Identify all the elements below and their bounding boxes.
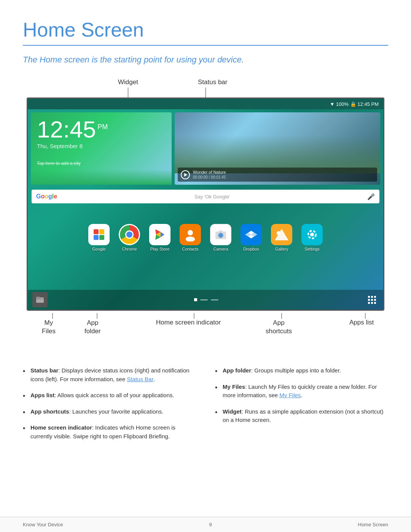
title-divider <box>23 45 388 46</box>
dropbox-icon <box>241 224 262 245</box>
home-dash <box>200 299 208 300</box>
search-placeholder: Say 'Ok Google' <box>60 194 364 200</box>
label-home-indicator: Home screen indicator <box>156 319 221 326</box>
status-bar-text: ▼ 100% 🔒 12:45 PM <box>330 101 379 107</box>
search-bar[interactable]: Google Say 'Ok Google' 🎤 <box>32 190 379 203</box>
mic-icon: 🎤 <box>367 193 375 200</box>
playstore-icon <box>149 224 170 245</box>
svg-point-15 <box>277 231 280 235</box>
page-container: Home Screen The Home screen is the start… <box>0 0 411 463</box>
info-item-widget: Widget: Runs as a simple application ext… <box>215 407 388 425</box>
bottom-labels-container: MyFiles Appfolder Home screen indicator … <box>27 313 384 351</box>
google-logo: Google <box>36 193 57 200</box>
app-icon-settings[interactable]: Settings <box>301 224 323 251</box>
play-button[interactable] <box>181 170 190 179</box>
svg-point-5 <box>188 230 193 235</box>
gallery-icon <box>271 224 292 245</box>
info-col-right: App folder: Groups multiple apps into a … <box>215 366 388 448</box>
app-icon-dropbox[interactable]: Dropbox <box>241 224 262 251</box>
info-item-homeindicator: Home screen indicator: Indicates which H… <box>23 423 196 441</box>
term-appslist: Apps list <box>30 392 54 398</box>
app-icon-google[interactable]: Google <box>88 224 110 251</box>
clock-time: 12:45PM <box>37 118 166 141</box>
term-widget: Widget <box>223 408 242 415</box>
bottom-bar <box>28 290 383 310</box>
info-columns: Status bar: Displays device status icons… <box>23 366 388 448</box>
page-title: Home Screen <box>23 18 388 41</box>
camera-label: Camera <box>213 247 228 251</box>
app-icon-contacts[interactable]: Contacts <box>180 224 201 251</box>
widgets-row: 12:45PM Thu, September 8 Tap here to add… <box>28 109 383 187</box>
chrome-label: Chrome <box>122 247 137 251</box>
playstore-label: Play Store <box>150 247 170 251</box>
term-appfolder: App folder <box>223 367 251 374</box>
clock-date: Thu, September 8 <box>37 143 166 149</box>
home-indicators <box>48 298 365 301</box>
home-dot-1 <box>194 298 197 301</box>
svg-point-6 <box>186 236 195 241</box>
link-myfiles[interactable]: My Files <box>279 392 301 398</box>
term-myfiles: My Files <box>223 383 245 390</box>
svg-point-16 <box>310 233 314 236</box>
diagram-container: Widget Status bar ▼ 100% 🔒 12:45 PM 12:4… <box>27 78 384 351</box>
svg-rect-18 <box>36 297 44 303</box>
apps-list-button[interactable] <box>365 293 379 307</box>
label-apps-list: Apps list <box>349 319 374 326</box>
settings-icon <box>301 224 323 245</box>
page-subtitle: The Home screen is the starting point fo… <box>23 55 388 65</box>
info-col-left: Status bar: Displays device status icons… <box>23 366 196 448</box>
app-icons-row: Google Chrome <box>28 221 383 254</box>
term-statusbar: Status bar <box>30 367 58 374</box>
contacts-icon <box>180 224 201 245</box>
term-homeindicator: Home screen indicator <box>30 424 92 431</box>
video-title: Wonder of Nature <box>193 170 226 174</box>
app-icon-chrome[interactable]: Chrome <box>119 224 140 251</box>
dropbox-label: Dropbox <box>243 247 259 251</box>
term-appshortcuts: App shortcuts <box>30 408 69 415</box>
camera-icon <box>210 224 231 245</box>
svg-point-9 <box>219 234 222 237</box>
page-footer: Know Your Device 9 Home Screen <box>0 517 411 532</box>
search-bar-row: Google Say 'Ok Google' 🎤 <box>28 187 383 206</box>
video-controls: Wonder of Nature 00:00:00 / 00:01:45 <box>178 168 377 182</box>
clock-tap-text: Tap here to add a city <box>37 161 166 166</box>
play-triangle-icon <box>184 173 187 177</box>
footer-left: Know Your Device <box>23 522 63 527</box>
svg-rect-10 <box>219 230 223 232</box>
settings-label: Settings <box>304 247 320 251</box>
link-statusbar[interactable]: Status Bar <box>127 376 153 382</box>
my-files-icon[interactable] <box>32 292 48 307</box>
contacts-label: Contacts <box>182 247 198 251</box>
clock-widget: 12:45PM Thu, September 8 Tap here to add… <box>31 112 172 185</box>
footer-center: 9 <box>209 522 212 527</box>
info-item-statusbar: Status bar: Displays device status icons… <box>23 366 196 383</box>
status-bar: ▼ 100% 🔒 12:45 PM <box>28 99 383 109</box>
label-app-folder: Appfolder <box>84 319 101 335</box>
top-labels-row: Widget Status bar <box>27 78 384 97</box>
info-item-appshortcuts: App shortcuts: Launches your favorite ap… <box>23 407 196 416</box>
home-dash-2 <box>211 299 218 300</box>
phone-screen: ▼ 100% 🔒 12:45 PM 12:45PM Thu, September… <box>27 97 384 311</box>
gallery-label: Gallery <box>275 247 288 251</box>
label-statusbar: Status bar <box>198 78 228 86</box>
footer-right: Home Screen <box>358 522 388 527</box>
svg-marker-4 <box>161 232 164 237</box>
info-item-myfiles: My Files: Launch My Files to quickly cre… <box>215 383 388 400</box>
svg-marker-14 <box>275 229 288 240</box>
app-icon-camera[interactable]: Camera <box>210 224 231 251</box>
chrome-icon <box>119 224 140 245</box>
google-label: Google <box>92 247 105 251</box>
video-time: 00:00:00 / 00:01:45 <box>193 175 226 179</box>
google-icon <box>88 224 110 245</box>
screen-content: 12:45PM Thu, September 8 Tap here to add… <box>28 109 383 310</box>
label-app-shortcuts: Appshortcuts <box>266 319 292 335</box>
app-icon-playstore[interactable]: Play Store <box>149 224 170 251</box>
info-item-appslist: Apps list: Allows quick access to all of… <box>23 391 196 400</box>
app-icon-gallery[interactable]: Gallery <box>271 224 292 251</box>
info-item-appfolder: App folder: Groups multiple apps into a … <box>215 366 388 375</box>
label-widget: Widget <box>118 78 138 86</box>
label-my-files: MyFiles <box>42 319 56 335</box>
nature-widget: Wonder of Nature 00:00:00 / 00:01:45 <box>175 112 380 185</box>
svg-rect-19 <box>36 297 40 298</box>
video-info: Wonder of Nature 00:00:00 / 00:01:45 <box>193 170 226 179</box>
